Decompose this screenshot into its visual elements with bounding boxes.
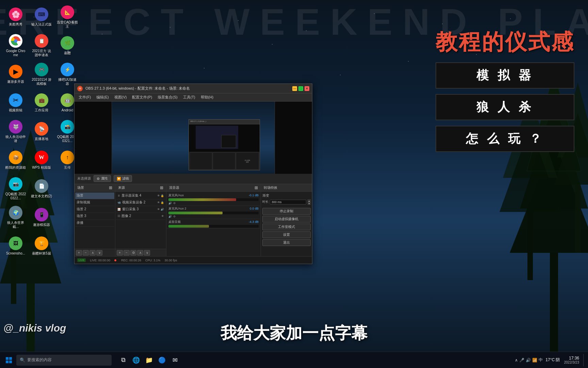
icon-meitu[interactable]: 🌸 美图秀秀 xyxy=(3,3,28,31)
obs-menu-profile[interactable]: 配置文件(P) xyxy=(129,93,155,101)
obs-source-label: 未选择源 xyxy=(77,176,91,181)
obs-source-down[interactable]: ∨ xyxy=(144,250,150,256)
icon-youku[interactable]: ▶ 遨游多开器 xyxy=(3,61,28,88)
obs-source-item-2[interactable]: 📹 视频采集设备 2 👁 🔒 xyxy=(116,199,165,206)
obs-rec-time: REC: 00:00:26 xyxy=(121,259,141,262)
icon-autocad[interactable]: 📐 迅雷CAD看图王 xyxy=(55,3,80,31)
taskbar-edge-2[interactable]: 🔵 xyxy=(156,354,168,366)
obs-virtual-camera-button[interactable]: 启动虚拟摄像机 xyxy=(262,216,311,223)
obs-scenes-header: 场景 ⊞ xyxy=(75,184,115,192)
obs-studio-mode-button[interactable]: 工作室模式 xyxy=(262,224,311,230)
obs-source-add[interactable]: + xyxy=(117,250,123,256)
obs-live-time: LIVE: 00:00:00 xyxy=(90,259,110,262)
obs-menu-help[interactable]: 帮助(H) xyxy=(198,93,216,101)
icon-video-edit[interactable]: ✂ 视频剪辑 xyxy=(3,89,28,117)
obs-scene-remove[interactable]: − xyxy=(83,250,89,256)
taskbar-time-display: 17:36 xyxy=(564,356,579,361)
taskbar-clock[interactable]: 17:36 2022/3/23 xyxy=(564,356,579,364)
obs-menu-view[interactable]: 视图(V) xyxy=(112,93,130,101)
obs-transitions-header: 转场特效 xyxy=(261,184,312,192)
taskbar-search-placeholder: 要搜索的内容 xyxy=(27,357,52,363)
obs-settings-button[interactable]: 设置 xyxy=(262,231,311,238)
taskbar-task-view[interactable]: ⧉ xyxy=(117,354,129,366)
obs-transition-duration[interactable]: 300 ms xyxy=(270,200,306,204)
obs-window-title: OBS 27.1.3 (64-bit, windows) - 配置文件: 未命名… xyxy=(85,86,292,91)
obs-duration-up[interactable]: ▲ xyxy=(308,199,311,202)
obs-close-button[interactable]: ✕ xyxy=(305,86,309,91)
obs-scene-item-3[interactable]: 场景 2 xyxy=(75,206,114,213)
taskbar-temperature: 17°C 阴 xyxy=(545,357,560,363)
obs-transitions-content: 渐变 时长 300 ms ▲ ▼ 停止录制 启动虚拟摄像机 工作室模式 设置 退… xyxy=(261,192,312,257)
obs-mixer-content: 麦克风/Aux -0.1 dB 🔊 ⚙ 麦克风/Aux 2 0.0 xyxy=(166,192,261,257)
icon-werewolf-world[interactable]: 🌍 狼人杀世界截... xyxy=(3,204,28,231)
obs-scene-up[interactable]: ∧ xyxy=(89,250,96,256)
obs-source-item-1[interactable]: 🖥 显示器采集 4 👁 🔒 xyxy=(116,193,165,199)
obs-menu-scenes[interactable]: 场景集合(S) xyxy=(155,93,180,101)
taskbar-start-button[interactable] xyxy=(3,354,15,366)
obs-mixer-bar-1 xyxy=(168,198,259,201)
obs-panels-area: 场景 ⊞ 场景 录制视频 场景 2 场景 3 录播 + − ∧ ∨ 来源 ⊞ xyxy=(75,184,312,257)
obs-scene-item-2[interactable]: 录制视频 xyxy=(75,199,114,206)
obs-minimize-button[interactable]: — xyxy=(292,86,297,91)
taskbar-show-desktop[interactable] xyxy=(583,354,585,366)
obs-titlebar[interactable]: O OBS 27.1.3 (64-bit, windows) - 配置文件: 未… xyxy=(75,84,312,93)
obs-scene-item-1[interactable]: 场景 xyxy=(75,193,114,199)
obs-maximize-button[interactable]: □ xyxy=(298,86,303,91)
taskbar: 🔍 要搜索的内容 ⧉ 🌐 📁 🔵 ✉ ∧ 🎤 🔊 📶 中 17°C 阴 17:3… xyxy=(0,352,588,368)
icon-work-app[interactable]: 💼 工作应用 xyxy=(29,89,54,117)
icon-cup5[interactable]: 🏆 嘉醴杯第5届 xyxy=(29,232,54,260)
obs-sources-footer: + − ⚙ ∧ ∨ xyxy=(115,249,166,256)
obs-mixer-expand[interactable]: ⊞ xyxy=(255,185,258,190)
icon-game-template[interactable]: 🎮 20210114 游戏模板 xyxy=(29,61,54,88)
icon-chrome[interactable]: Google Chrome xyxy=(3,32,28,59)
obs-source-bar: 未选择源 ⚙ 属性 🔽 滤镜 xyxy=(75,174,312,184)
icon-remote-sim[interactable]: 📱 遨游模拟器 xyxy=(29,204,54,231)
icon-screenshots[interactable]: 🖼 Screensho... xyxy=(3,232,28,260)
icon-jiaoli[interactable]: 🌿 嘉醴 xyxy=(55,32,80,59)
obs-scene-add[interactable]: + xyxy=(76,250,82,256)
icon-typing[interactable]: ⌨ 输入法正式版 xyxy=(29,3,54,31)
obs-exit-button[interactable]: 退出 xyxy=(262,239,311,246)
taskbar-mic-icon[interactable]: 🎤 xyxy=(519,358,524,363)
taskbar-volume-icon[interactable]: 📶 xyxy=(532,358,537,363)
icon-taihe[interactable]: 📦 酷我的资源箱 xyxy=(3,147,28,174)
obs-scene-down[interactable]: ∨ xyxy=(96,250,102,256)
obs-scene-item-5[interactable]: 录播 xyxy=(75,220,114,227)
obs-menu-file[interactable]: 文件(F) xyxy=(76,93,94,101)
obs-filters-button[interactable]: 🔽 滤镜 xyxy=(114,175,132,182)
obs-stop-record-button[interactable]: 停止录制 xyxy=(262,208,311,215)
obs-source-item-4[interactable]: 🖼 图像 2 👁 xyxy=(116,213,165,220)
obs-source-settings[interactable]: ⚙ xyxy=(130,250,136,256)
icon-qq-screenshot[interactable]: 📷 QQ截图 20220322... xyxy=(3,175,28,202)
obs-cpu: CPU: 3.1% xyxy=(145,259,161,262)
obs-scenes-expand[interactable]: ⊞ xyxy=(109,185,112,190)
obs-scene-item-4[interactable]: 场景 3 xyxy=(75,213,114,220)
taskbar-edge[interactable]: 🌐 xyxy=(130,354,142,366)
obs-source-up[interactable]: ∧ xyxy=(137,250,143,256)
obs-menu-tools[interactable]: 工具(T) xyxy=(180,93,198,101)
icon-forum-2021[interactable]: 📋 2021官方 说团申请表 xyxy=(29,32,54,59)
obs-transitions-panel: 转场特效 渐变 时长 300 ms ▲ ▼ 停止录制 启动虚拟摄像机 工作室模式… xyxy=(261,184,312,257)
taskbar-mail[interactable]: ✉ xyxy=(169,354,181,366)
obs-scenes-panel: 场景 ⊞ 场景 录制视频 场景 2 场景 3 录播 + − ∧ ∨ xyxy=(75,184,115,257)
obs-menu-edit[interactable]: 编辑(E) xyxy=(94,93,112,101)
obs-properties-button[interactable]: ⚙ 属性 xyxy=(94,175,111,182)
taskbar-search-bar[interactable]: 🔍 要搜索的内容 xyxy=(16,355,112,366)
svg-point-20 xyxy=(14,39,17,43)
icon-new-doc[interactable]: 📄 建文本文档(2) xyxy=(29,175,54,202)
obs-mixer-channel-1: 麦克风/Aux -0.1 dB 🔊 ⚙ xyxy=(167,193,260,206)
icon-werewolf-apply[interactable]: 🐺 狼人杀活动申请 xyxy=(3,118,28,145)
obs-source-item-3[interactable]: 🪟 窗口采集 3 👁 🔊 xyxy=(116,206,165,213)
icon-live-base[interactable]: 📡 直播基地 xyxy=(29,118,54,145)
obs-sources-expand[interactable]: ⊞ xyxy=(160,185,163,190)
desktop-icons-area: 🌸 美图秀秀 Google Chrome ▶ 遨游多开器 ✂ 视频剪辑 🐺 狼人… xyxy=(0,0,83,290)
obs-source-remove[interactable]: − xyxy=(124,250,130,256)
obs-sources-list: 🖥 显示器采集 4 👁 🔒 📹 视频采集设备 2 👁 🔒 🪟 窗口采集 3 👁 … xyxy=(115,192,166,249)
taskbar-network-icon[interactable]: 🔊 xyxy=(526,358,531,363)
taskbar-folder[interactable]: 📁 xyxy=(143,354,155,366)
obs-preview-area: 美图 Chrome OBS 27.1.3 (64-bit...) xyxy=(75,102,312,174)
obs-duration-down[interactable]: ▼ xyxy=(308,202,311,205)
taskbar-lang-icon[interactable]: 中 xyxy=(539,357,543,363)
icon-wps[interactable]: W WPS 校园版 xyxy=(29,147,54,174)
taskbar-up-arrow[interactable]: ∧ xyxy=(515,358,518,363)
